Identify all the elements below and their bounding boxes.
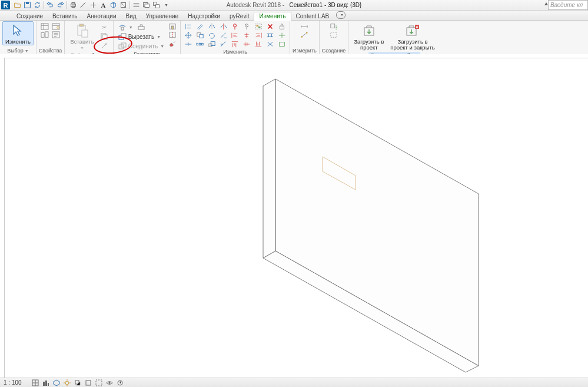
align-top-icon[interactable] [230,40,240,48]
split-face-icon[interactable] [167,31,178,39]
close-hidden-icon[interactable] [142,1,151,9]
section-icon[interactable] [119,1,128,9]
align-right-icon[interactable] [253,31,264,39]
tab-pyrevit[interactable]: pyRevit [225,12,254,20]
align-bottom-icon[interactable] [253,40,264,48]
align-icon[interactable] [89,1,98,9]
svg-point-45 [306,32,308,34]
paint-icon[interactable] [167,39,178,47]
create-similar-icon[interactable] [328,22,339,31]
tab-insert[interactable]: Вставить [48,12,82,20]
ribbon: Изменить Выбор▼ Свойства Вс [0,21,588,55]
svg-point-12 [57,27,59,28]
3d-icon[interactable] [109,1,118,9]
status-hide-isolate-icon[interactable] [105,379,114,387]
modify-tools-left [183,21,229,48]
mirror-draw-icon[interactable] [218,22,229,31]
tab-modify[interactable]: Изменить [254,12,291,21]
paste-button[interactable]: Вставить▼ [67,21,97,52]
dimension-icon[interactable] [299,22,310,31]
thin-lines-icon[interactable] [132,1,141,9]
load-into-project-close-button[interactable]: Загрузить впроект и закрыть [387,21,437,51]
mirror-pick-icon[interactable] [207,22,217,31]
save-icon[interactable] [23,1,32,9]
svg-rect-1 [26,2,29,4]
align-center-icon[interactable] [241,31,252,39]
wall-3d-view [0,54,588,378]
switch-windows-icon[interactable] [152,1,161,9]
svg-rect-61 [86,381,91,385]
quick-access-toolbar: R A ▼ Autodesk Revit 2018 - Семейство1 -… [0,0,588,11]
type-properties-icon[interactable] [51,22,61,31]
drawing-canvas[interactable] [0,54,588,378]
svg-rect-28 [171,26,173,29]
status-crop-icon[interactable] [84,379,92,387]
redo-icon[interactable] [56,1,65,9]
sync-icon[interactable] [33,1,42,9]
cut-geometry-button[interactable]: Вырезать▼ [116,32,167,41]
modify-button[interactable]: Изменить [2,21,34,45]
cope-button[interactable]: ▼ [116,22,167,32]
offset-tool-icon[interactable] [195,22,205,31]
family-types-icon[interactable] [39,31,50,39]
wall-opening-icon[interactable] [167,22,178,31]
unpin-tool-icon[interactable] [241,22,252,31]
project-units-icon[interactable] [51,31,61,39]
undo-icon[interactable] [46,1,55,9]
svg-rect-47 [331,32,337,38]
trim-single-icon[interactable] [218,40,229,48]
tab-annotations[interactable]: Аннотации [82,12,121,20]
svg-rect-56 [43,382,45,386]
create-group-icon[interactable] [328,31,339,39]
lock-tool-icon[interactable] [277,22,287,31]
scale-tool-icon[interactable] [207,40,217,48]
rotate-tool-icon[interactable] [207,31,217,39]
svg-rect-20 [102,35,107,39]
delete-tool-icon[interactable] [265,22,275,31]
status-crop-region-icon[interactable] [95,379,103,387]
status-sun-path-icon[interactable] [63,379,71,387]
app-logo-icon[interactable]: R [1,1,10,9]
customize-qat-icon[interactable]: ▼ [162,1,171,9]
measure-icon[interactable] [79,1,88,9]
align-tool-icon[interactable] [183,22,194,31]
status-scale[interactable]: 1 : 100 [4,379,22,386]
cursor-icon [10,23,25,38]
tab-addins[interactable]: Надстройки [183,12,225,20]
text-icon[interactable]: A [99,1,108,9]
move-tool-icon[interactable] [183,31,194,39]
copy-tool-icon[interactable] [195,31,205,39]
tab-manage[interactable]: Управление [141,12,184,20]
svg-rect-3 [72,2,75,4]
constraint4-icon[interactable] [277,40,287,48]
group-tool-icon[interactable] [253,22,264,31]
status-reveal-icon[interactable] [116,379,124,387]
tab-create[interactable]: Создание [12,12,48,20]
align-middle-icon[interactable] [241,40,252,48]
svg-rect-7 [145,4,149,8]
open-icon[interactable] [13,1,22,9]
tab-contentlab[interactable]: Content LAB [291,12,334,20]
align-left-icon[interactable] [230,31,240,39]
search-input[interactable]: Введите кл [548,0,588,10]
tab-view[interactable]: Вид [121,12,141,20]
status-shadows-icon[interactable] [74,379,82,387]
constraint3-icon[interactable] [265,40,275,48]
panel-properties: Свойства [36,21,65,54]
constraint1-icon[interactable] [265,31,275,39]
load-into-project-button[interactable]: Загрузить впроект [351,21,387,51]
split-tool-icon[interactable] [183,40,194,48]
pin-tool-icon[interactable] [230,22,240,31]
tab-bubble-icon[interactable] [336,11,346,19]
properties-icon[interactable] [39,22,50,31]
paste-icon [75,23,90,38]
status-model-graphics-icon[interactable] [31,379,39,387]
status-visual-style-icon[interactable] [52,379,61,387]
constraint2-icon[interactable] [277,31,287,39]
svg-rect-43 [280,42,285,47]
trim-extend-icon[interactable] [218,31,229,39]
status-detail-level-icon[interactable] [42,379,50,387]
array-tool-icon[interactable] [195,40,205,48]
print-icon[interactable] [69,1,78,9]
measure-between-icon[interactable] [299,31,310,39]
